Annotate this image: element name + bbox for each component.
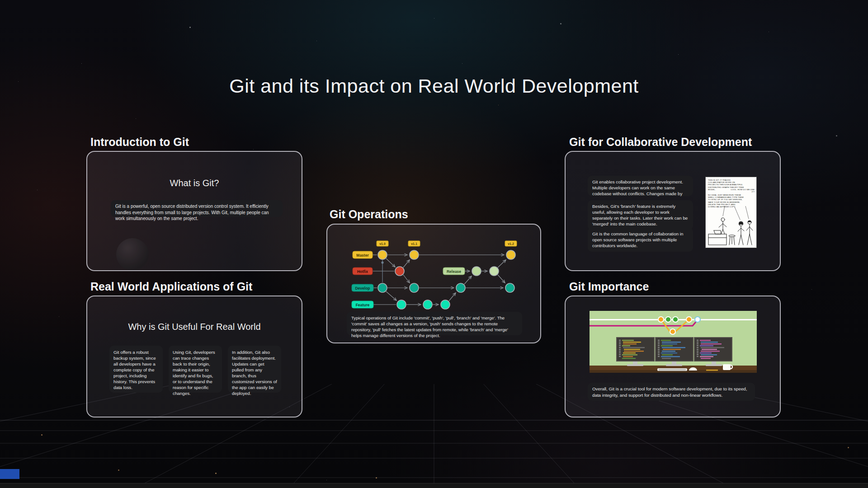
branch-label-release: Release (447, 269, 461, 274)
branch-labels: Master Hotfix Release Develop Feature (352, 251, 465, 308)
branch-label-master: Master (356, 253, 369, 258)
commit-node-master (506, 250, 515, 259)
collab-point: Besides, Git's 'branch' feature is extre… (588, 200, 693, 230)
developer-monitors-illustration (590, 311, 757, 373)
tag-label: v1.0 (379, 242, 386, 245)
real-world-point: Using Git, developers can trace changes … (169, 346, 222, 393)
section-header-introduction: Introduction to Git (90, 136, 189, 149)
card-collaborative: Git enables collaborative project develo… (565, 151, 781, 271)
branch-label-develop: Develop (355, 286, 370, 291)
collab-point: Git is the common language of collaborat… (588, 228, 693, 252)
commit-node-develop (456, 283, 465, 292)
version-tags: v1.0 v1.1 v1.2 (377, 241, 517, 246)
comic-line: COOL. HOW DO WE USE IT? (727, 188, 755, 193)
bottom-blue-bar (0, 469, 19, 479)
footer-strip (0, 483, 868, 488)
commit-node-master (378, 250, 387, 259)
commit-node-feature (423, 300, 432, 309)
commit-node-feature (397, 300, 406, 309)
xkcd-git-comic: THIS IS GIT. IT TRACKS COLLABORATIVE WOR… (705, 177, 757, 248)
branch-label-hotfix: Hotfix (357, 269, 368, 274)
presentation-page: Git and its Impact on Real World Develop… (0, 0, 868, 488)
commit-node-develop (410, 283, 419, 292)
tag-label: v1.2 (508, 242, 514, 245)
intro-body-text: Git is a powerful, open source distribut… (111, 200, 283, 217)
comic-stick-figures (706, 206, 757, 248)
section-header-importance: Git Importance (569, 280, 649, 293)
real-world-card-title: Why is Git Useful For Real World (87, 322, 302, 332)
intro-card-title: What is Git? (87, 178, 302, 188)
commit-node-release (472, 267, 481, 276)
collab-point: Git enables collaborative project develo… (588, 176, 693, 196)
commit-node-hotfix (395, 267, 404, 276)
real-world-point: Git offers a robust backup system, since… (109, 346, 163, 393)
commit-node-feature (441, 300, 450, 309)
operations-body-text: Typical operations of Git include 'commi… (347, 312, 522, 335)
branch-label-feature: Feature (356, 303, 370, 307)
page-title: Git and its Impact on Real World Develop… (0, 75, 868, 97)
real-world-point: In addition, Git also facilitates deploy… (228, 346, 281, 393)
section-header-operations: Git Operations (330, 208, 408, 221)
branch-point-dot (381, 261, 383, 263)
card-importance: Overall, Git is a crucial tool for moder… (565, 296, 781, 418)
stars-decoration (0, 0, 0, 0)
card-introduction: What is Git? Git is a powerful, open sou… (86, 151, 302, 271)
importance-body-text: Overall, Git is a crucial tool for moder… (588, 383, 755, 401)
commit-node-master (410, 250, 419, 259)
commit-node-develop (505, 283, 514, 292)
tag-label: v1.1 (411, 242, 417, 245)
card-git-operations: v1.0 v1.1 v1.2 Master Hotfix Release Dev… (326, 224, 541, 343)
git-branch-diagram: v1.0 v1.1 v1.2 Master Hotfix Release Dev… (347, 234, 541, 319)
card-real-world: Why is Git Useful For Real World Git off… (86, 296, 302, 418)
section-header-real-world: Real World Applications of Git (90, 280, 252, 293)
commit-node-develop (378, 283, 387, 292)
commit-node-release (490, 267, 499, 276)
section-header-collaborative: Git for Collaborative Development (569, 136, 752, 149)
